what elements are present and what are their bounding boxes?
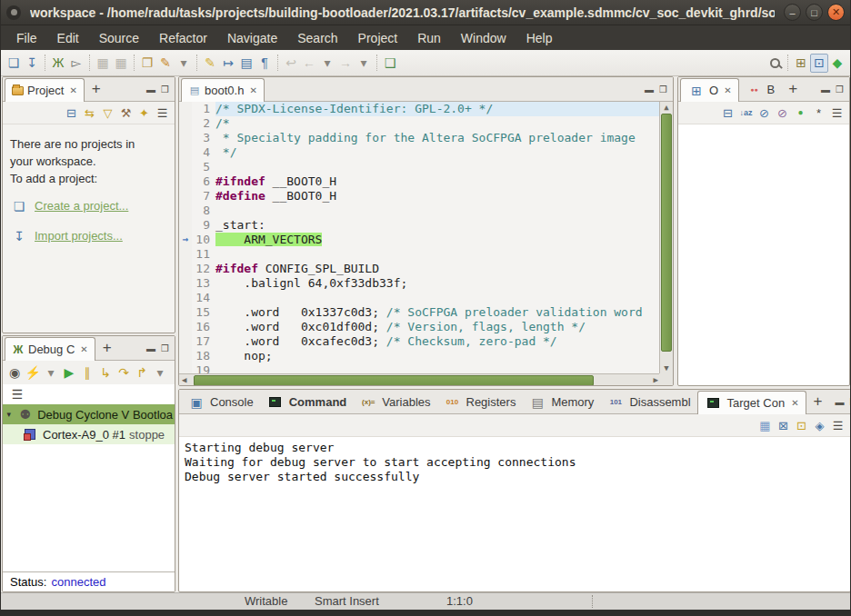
- filter-icon[interactable]: ▽: [99, 104, 116, 123]
- suspend-icon[interactable]: ∥: [78, 363, 96, 383]
- code-line-9[interactable]: 9_start:: [179, 218, 673, 233]
- minimize-view-icon[interactable]: ▬: [645, 84, 654, 94]
- pilcrow-icon[interactable]: ¶: [255, 54, 274, 73]
- collapse-all-icon[interactable]: ⊟: [719, 104, 736, 123]
- code-line-17[interactable]: 17 .word 0xcafec0d3; /* Checksum, zero-p…: [179, 334, 673, 349]
- tab-memory[interactable]: ▤Memory: [522, 391, 600, 413]
- tab-console[interactable]: ▣Console: [181, 391, 260, 413]
- tab-breakpoints[interactable]: ●●B: [739, 78, 782, 101]
- tab-disassembl[interactable]: 101Disassembl: [600, 391, 696, 413]
- code-line-6[interactable]: 6#ifndef __BOOT0_H: [179, 174, 673, 189]
- menu-run[interactable]: Run: [409, 28, 449, 48]
- maximize-view-icon[interactable]: ❒: [161, 84, 169, 94]
- debug-tree-row-1[interactable]: Cortex-A9_0 #1 stoppe: [3, 424, 175, 444]
- menu-project[interactable]: Project: [350, 28, 406, 48]
- minimize-view-icon[interactable]: ▬: [821, 84, 830, 94]
- new-wizard-icon[interactable]: ❏: [5, 54, 23, 73]
- last-edit-icon[interactable]: ↩: [282, 54, 300, 73]
- menu-source[interactable]: Source: [91, 28, 147, 48]
- menu-file[interactable]: File: [8, 28, 45, 48]
- code-line-12[interactable]: 12#ifdef CONFIG_SPL_BUILD: [179, 262, 673, 276]
- select-tool-icon[interactable]: ▻: [67, 54, 85, 73]
- tab-project[interactable]: Project ✕: [5, 78, 85, 102]
- new-view-button[interactable]: +: [806, 392, 830, 411]
- new-view-button[interactable]: +: [781, 80, 805, 98]
- resume-icon[interactable]: ▶: [60, 363, 78, 383]
- public-only-icon[interactable]: ●: [792, 104, 809, 123]
- new-view-button[interactable]: +: [85, 80, 108, 98]
- code-line-14[interactable]: 14: [179, 291, 673, 305]
- view-menu-icon[interactable]: ☰: [8, 385, 26, 404]
- flash-icon[interactable]: ⚡: [24, 363, 42, 383]
- code-line-16[interactable]: 16 .word 0xc01df00d; /* Version, flags, …: [179, 320, 673, 334]
- import-icon[interactable]: ↧: [23, 54, 41, 73]
- hide-fields-icon[interactable]: ⊘: [756, 104, 773, 123]
- window-menu-icon[interactable]: [6, 5, 21, 20]
- view-menu-icon[interactable]: ☰: [829, 416, 846, 435]
- focus-icon[interactable]: ⚒: [117, 104, 135, 123]
- horizontal-scrollbar-thumb[interactable]: [194, 375, 594, 386]
- view-menu-icon[interactable]: ☰: [828, 104, 846, 123]
- save-icon[interactable]: ▦: [94, 54, 112, 73]
- search-icon[interactable]: [766, 54, 784, 73]
- tab-boot0h[interactable]: ▤ boot0.h ✕: [181, 78, 265, 102]
- debug-icon[interactable]: Ж: [49, 54, 67, 73]
- scroll-lock-icon[interactable]: ⊡: [793, 416, 810, 435]
- open-resource-icon[interactable]: ❐: [138, 54, 156, 73]
- minimize-button[interactable]: –: [784, 4, 801, 21]
- new-view-button[interactable]: +: [95, 339, 119, 357]
- sort-alpha-icon[interactable]: ↓az: [737, 104, 755, 123]
- show-in-source-icon[interactable]: ▤: [237, 54, 255, 73]
- menu-search[interactable]: Search: [289, 28, 345, 48]
- clear-console-icon[interactable]: ⊠: [775, 416, 792, 435]
- hide-static-icon[interactable]: ⊘: [774, 104, 791, 123]
- menu-edit[interactable]: Edit: [49, 28, 87, 48]
- code-line-1[interactable]: 1/* SPDX-License-Identifier: GPL-2.0+ */: [179, 102, 673, 116]
- maximize-view-icon[interactable]: ❒: [659, 84, 667, 94]
- scroll-up-icon[interactable]: ▲: [660, 103, 673, 112]
- pin-console-icon[interactable]: ◈: [811, 416, 828, 435]
- close-icon[interactable]: ✕: [791, 398, 798, 408]
- code-line-8[interactable]: 8: [179, 204, 673, 218]
- minimize-view-icon[interactable]: ▬: [146, 343, 155, 353]
- open-declaration-icon[interactable]: ↦: [219, 54, 237, 73]
- code-line-18[interactable]: 18 nop;: [179, 349, 673, 363]
- code-line-10[interactable]: →10 ARM_VECTORS: [179, 233, 673, 247]
- dropdown-icon[interactable]: ▾: [151, 363, 169, 383]
- code-line-15[interactable]: 15 .word 0x1337c0d3; /* SoCFPGA preloade…: [179, 305, 673, 320]
- tab-target-con[interactable]: Target Con✕: [697, 391, 806, 414]
- maximize-view-icon[interactable]: ❒: [161, 343, 169, 353]
- view-menu-icon[interactable]: ☰: [154, 104, 171, 123]
- save-all-icon[interactable]: ▦: [112, 54, 130, 73]
- forward-icon[interactable]: →: [336, 54, 355, 73]
- pin-editor-icon[interactable]: ❑: [381, 54, 399, 73]
- tab-command[interactable]: Command: [260, 391, 354, 413]
- expander-icon[interactable]: ▾: [5, 410, 13, 419]
- code-area[interactable]: 1/* SPDX-License-Identifier: GPL-2.0+ */…: [179, 102, 673, 386]
- maximize-button[interactable]: □: [806, 4, 823, 21]
- code-line-4[interactable]: 4 */: [179, 145, 673, 160]
- clean-icon[interactable]: ✦: [135, 104, 153, 123]
- menu-navigate[interactable]: Navigate: [219, 28, 285, 48]
- tab-registers[interactable]: 010Registers: [437, 391, 523, 413]
- tab-variables[interactable]: (x)=Variables: [353, 391, 436, 413]
- step-into-icon[interactable]: ↳: [96, 363, 115, 383]
- tab-debug[interactable]: Ж Debug C ✕: [5, 337, 95, 361]
- debug-tree-row-0[interactable]: ▾⚉Debug Cyclone V Bootloa: [3, 404, 175, 424]
- vertical-scrollbar[interactable]: ▲ ▼: [659, 102, 673, 373]
- step-return-icon[interactable]: ↱: [133, 363, 151, 383]
- close-icon[interactable]: ✕: [724, 85, 731, 95]
- code-line-3[interactable]: 3 * Specialty padding for the Altera SoC…: [179, 131, 673, 145]
- code-line-7[interactable]: 7#define __BOOT0_H: [179, 189, 673, 204]
- maximize-view-icon[interactable]: ❒: [836, 84, 844, 94]
- back-icon[interactable]: ←: [300, 54, 318, 73]
- collapse-all-icon[interactable]: ⊟: [63, 104, 80, 123]
- link-editor-icon[interactable]: ⇆: [81, 104, 98, 123]
- tab-outline[interactable]: ⊞O✕: [680, 78, 739, 102]
- save-console-icon[interactable]: ▦: [756, 416, 774, 435]
- close-icon[interactable]: ✕: [69, 85, 76, 95]
- minimize-view-icon[interactable]: ▬: [146, 84, 155, 94]
- link-outline-icon[interactable]: *: [810, 104, 827, 123]
- code-line-13[interactable]: 13 .balignl 64,0xf33db33f;: [179, 276, 673, 291]
- horizontal-scrollbar[interactable]: ◀ ▶: [179, 373, 661, 386]
